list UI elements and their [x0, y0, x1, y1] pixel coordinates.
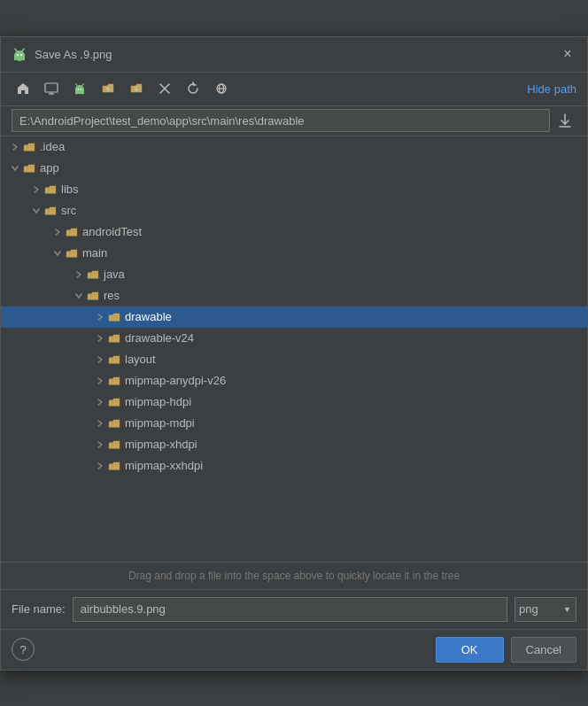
tree-item-label: mipmap-hdpi — [125, 395, 191, 408]
title-bar: Save As .9.png × — [1, 37, 587, 73]
tree-item-chevron — [8, 140, 22, 154]
tree-item-label: mipmap-xxhdpi — [125, 459, 203, 472]
tree-item-label: drawable-v24 — [125, 331, 194, 345]
svg-point-18 — [81, 89, 82, 90]
tree-item-chevron — [93, 395, 107, 409]
monitor-button[interactable] — [40, 77, 63, 100]
svg-point-7 — [20, 54, 22, 56]
tree-item[interactable]: layout — [1, 349, 587, 370]
svg-rect-8 — [45, 83, 58, 92]
tree-item[interactable]: mipmap-hdpi — [1, 392, 587, 413]
action-buttons: OK Cancel — [436, 637, 576, 663]
tree-item-label: layout — [125, 353, 156, 366]
link-button[interactable] — [210, 77, 233, 100]
tree-item[interactable]: java — [1, 264, 587, 285]
svg-point-17 — [78, 89, 80, 90]
hide-path-button[interactable]: Hide path — [527, 82, 576, 96]
ok-button[interactable]: OK — [436, 637, 504, 663]
path-download-button[interactable] — [553, 109, 576, 132]
svg-line-16 — [82, 84, 84, 87]
tree-item[interactable]: drawable-v24 — [1, 328, 587, 349]
svg-rect-3 — [21, 58, 23, 60]
tree-item-chevron — [93, 438, 107, 452]
tree-item-label: mipmap-mdpi — [125, 416, 195, 430]
android-icon — [12, 46, 27, 62]
svg-line-4 — [15, 49, 17, 51]
filename-bar: File name: png jpg gif webp — [1, 589, 587, 629]
tree-item-label: mipmap-anydpi-v26 — [125, 374, 226, 387]
folder-icon — [22, 140, 36, 154]
tree-item-chevron — [29, 182, 43, 197]
filename-input[interactable] — [73, 597, 507, 622]
folder-up-button[interactable] — [97, 77, 120, 100]
tree-item-label: src — [61, 204, 76, 217]
tree-item[interactable]: libs — [1, 179, 587, 200]
tree-item[interactable]: src — [1, 200, 587, 221]
folder-icon — [86, 268, 100, 282]
format-select-wrapper[interactable]: png jpg gif webp — [514, 597, 576, 622]
title-bar-left: Save As .9.png — [12, 46, 112, 62]
folder-icon — [107, 331, 121, 345]
tree-item-label: main — [82, 246, 107, 260]
tree-item-chevron — [8, 161, 22, 175]
tree-item-chevron — [50, 225, 65, 239]
dialog-title: Save As .9.png — [35, 48, 112, 61]
tree-item[interactable]: mipmap-mdpi — [1, 413, 587, 434]
tree-item[interactable]: main — [1, 243, 587, 264]
folder-icon — [65, 225, 79, 239]
path-input[interactable] — [12, 109, 550, 132]
svg-rect-13 — [76, 92, 78, 95]
tree-item-chevron — [93, 374, 107, 388]
folder-icon — [65, 246, 79, 260]
folder-icon — [107, 459, 121, 473]
close-button[interactable]: × — [559, 45, 576, 63]
svg-line-15 — [76, 84, 78, 87]
tree-item[interactable]: mipmap-xhdpi — [1, 434, 587, 455]
folder-icon — [43, 204, 58, 218]
filename-label: File name: — [12, 602, 66, 616]
refresh-button[interactable] — [182, 77, 205, 100]
tree-item[interactable]: app — [1, 158, 587, 179]
save-as-dialog: Save As .9.png × — [0, 36, 588, 671]
path-bar — [1, 106, 587, 136]
tree-item-chevron — [93, 353, 107, 367]
home-button[interactable] — [12, 77, 35, 100]
action-bar: ? OK Cancel — [1, 629, 587, 670]
tree-item-label: .idea — [40, 140, 65, 153]
svg-rect-14 — [82, 92, 84, 95]
tree-item-label: libs — [61, 182, 79, 196]
tree-item[interactable]: mipmap-xxhdpi — [1, 455, 587, 477]
format-select[interactable]: png jpg gif webp — [514, 597, 576, 622]
folder-icon — [107, 310, 121, 324]
tree-item-chevron — [29, 204, 43, 218]
new-folder-button[interactable] — [125, 77, 148, 100]
folder-icon — [86, 289, 100, 303]
tree-item[interactable]: drawable — [1, 306, 587, 328]
svg-point-6 — [17, 54, 19, 56]
android-toolbar-button[interactable] — [68, 77, 91, 100]
tree-item-chevron — [93, 459, 107, 473]
folder-icon — [22, 161, 36, 175]
tree-item-chevron — [93, 416, 107, 431]
folder-icon — [107, 374, 121, 388]
tree-item-label: app — [40, 161, 59, 175]
folder-icon — [107, 353, 121, 367]
tree-area[interactable]: .idea app libs src androidTest main java… — [1, 136, 587, 562]
toolbar: Hide path — [1, 73, 587, 106]
tree-item-chevron — [72, 289, 86, 303]
tree-item[interactable]: res — [1, 285, 587, 306]
delete-button[interactable] — [153, 77, 176, 100]
tree-item-label: drawable — [125, 310, 172, 323]
tree-item[interactable]: .idea — [1, 136, 587, 158]
svg-line-5 — [22, 49, 24, 51]
tree-item[interactable]: mipmap-anydpi-v26 — [1, 370, 587, 392]
folder-icon — [107, 416, 121, 431]
tree-item-label: mipmap-xhdpi — [125, 438, 197, 451]
cancel-button[interactable]: Cancel — [511, 637, 576, 663]
folder-icon — [107, 395, 121, 409]
tree-item-chevron — [50, 246, 65, 260]
help-button[interactable]: ? — [12, 638, 35, 661]
tree-item[interactable]: androidTest — [1, 221, 587, 243]
drag-hint: Drag and drop a file into the space abov… — [1, 562, 587, 589]
svg-rect-1 — [14, 54, 25, 60]
